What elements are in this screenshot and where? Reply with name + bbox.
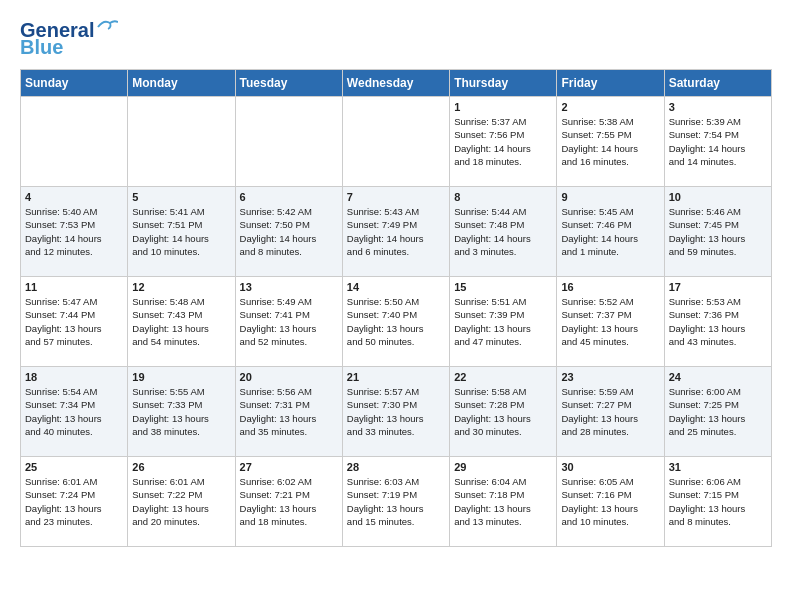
week-row-1: 1Sunrise: 5:37 AM Sunset: 7:56 PM Daylig…: [21, 97, 772, 187]
calendar-cell: 17Sunrise: 5:53 AM Sunset: 7:36 PM Dayli…: [664, 277, 771, 367]
calendar-cell: 31Sunrise: 6:06 AM Sunset: 7:15 PM Dayli…: [664, 457, 771, 547]
day-info: Sunrise: 5:41 AM Sunset: 7:51 PM Dayligh…: [132, 205, 230, 258]
day-number: 8: [454, 191, 552, 203]
day-number: 7: [347, 191, 445, 203]
day-number: 31: [669, 461, 767, 473]
day-number: 4: [25, 191, 123, 203]
calendar-cell: 24Sunrise: 6:00 AM Sunset: 7:25 PM Dayli…: [664, 367, 771, 457]
calendar-cell: 28Sunrise: 6:03 AM Sunset: 7:19 PM Dayli…: [342, 457, 449, 547]
day-info: Sunrise: 5:55 AM Sunset: 7:33 PM Dayligh…: [132, 385, 230, 438]
column-header-tuesday: Tuesday: [235, 70, 342, 97]
calendar-cell: 12Sunrise: 5:48 AM Sunset: 7:43 PM Dayli…: [128, 277, 235, 367]
calendar-cell: [235, 97, 342, 187]
day-info: Sunrise: 5:48 AM Sunset: 7:43 PM Dayligh…: [132, 295, 230, 348]
page-header: General Blue: [20, 20, 772, 59]
calendar-cell: 7Sunrise: 5:43 AM Sunset: 7:49 PM Daylig…: [342, 187, 449, 277]
day-info: Sunrise: 6:03 AM Sunset: 7:19 PM Dayligh…: [347, 475, 445, 528]
day-info: Sunrise: 5:40 AM Sunset: 7:53 PM Dayligh…: [25, 205, 123, 258]
day-number: 15: [454, 281, 552, 293]
day-info: Sunrise: 5:47 AM Sunset: 7:44 PM Dayligh…: [25, 295, 123, 348]
day-number: 17: [669, 281, 767, 293]
day-info: Sunrise: 5:51 AM Sunset: 7:39 PM Dayligh…: [454, 295, 552, 348]
day-number: 6: [240, 191, 338, 203]
calendar-cell: 13Sunrise: 5:49 AM Sunset: 7:41 PM Dayli…: [235, 277, 342, 367]
week-row-3: 11Sunrise: 5:47 AM Sunset: 7:44 PM Dayli…: [21, 277, 772, 367]
day-info: Sunrise: 5:43 AM Sunset: 7:49 PM Dayligh…: [347, 205, 445, 258]
week-row-4: 18Sunrise: 5:54 AM Sunset: 7:34 PM Dayli…: [21, 367, 772, 457]
day-number: 11: [25, 281, 123, 293]
week-row-2: 4Sunrise: 5:40 AM Sunset: 7:53 PM Daylig…: [21, 187, 772, 277]
calendar-cell: 1Sunrise: 5:37 AM Sunset: 7:56 PM Daylig…: [450, 97, 557, 187]
day-info: Sunrise: 5:39 AM Sunset: 7:54 PM Dayligh…: [669, 115, 767, 168]
calendar-cell: 22Sunrise: 5:58 AM Sunset: 7:28 PM Dayli…: [450, 367, 557, 457]
day-number: 27: [240, 461, 338, 473]
day-number: 23: [561, 371, 659, 383]
day-number: 13: [240, 281, 338, 293]
day-info: Sunrise: 6:06 AM Sunset: 7:15 PM Dayligh…: [669, 475, 767, 528]
calendar-cell: 4Sunrise: 5:40 AM Sunset: 7:53 PM Daylig…: [21, 187, 128, 277]
calendar-cell: 11Sunrise: 5:47 AM Sunset: 7:44 PM Dayli…: [21, 277, 128, 367]
day-info: Sunrise: 5:54 AM Sunset: 7:34 PM Dayligh…: [25, 385, 123, 438]
calendar-cell: 20Sunrise: 5:56 AM Sunset: 7:31 PM Dayli…: [235, 367, 342, 457]
day-info: Sunrise: 5:45 AM Sunset: 7:46 PM Dayligh…: [561, 205, 659, 258]
day-info: Sunrise: 5:38 AM Sunset: 7:55 PM Dayligh…: [561, 115, 659, 168]
calendar-cell: 23Sunrise: 5:59 AM Sunset: 7:27 PM Dayli…: [557, 367, 664, 457]
day-number: 26: [132, 461, 230, 473]
day-number: 28: [347, 461, 445, 473]
calendar-cell: 18Sunrise: 5:54 AM Sunset: 7:34 PM Dayli…: [21, 367, 128, 457]
day-info: Sunrise: 6:04 AM Sunset: 7:18 PM Dayligh…: [454, 475, 552, 528]
calendar-cell: 8Sunrise: 5:44 AM Sunset: 7:48 PM Daylig…: [450, 187, 557, 277]
calendar-cell: 6Sunrise: 5:42 AM Sunset: 7:50 PM Daylig…: [235, 187, 342, 277]
column-header-wednesday: Wednesday: [342, 70, 449, 97]
calendar-cell: 21Sunrise: 5:57 AM Sunset: 7:30 PM Dayli…: [342, 367, 449, 457]
day-number: 10: [669, 191, 767, 203]
day-info: Sunrise: 5:59 AM Sunset: 7:27 PM Dayligh…: [561, 385, 659, 438]
logo: General Blue: [20, 20, 118, 59]
day-info: Sunrise: 6:01 AM Sunset: 7:24 PM Dayligh…: [25, 475, 123, 528]
column-header-monday: Monday: [128, 70, 235, 97]
calendar-cell: 9Sunrise: 5:45 AM Sunset: 7:46 PM Daylig…: [557, 187, 664, 277]
column-header-friday: Friday: [557, 70, 664, 97]
calendar-cell: [342, 97, 449, 187]
calendar-cell: [21, 97, 128, 187]
day-number: 30: [561, 461, 659, 473]
day-number: 29: [454, 461, 552, 473]
day-info: Sunrise: 5:44 AM Sunset: 7:48 PM Dayligh…: [454, 205, 552, 258]
calendar-cell: 19Sunrise: 5:55 AM Sunset: 7:33 PM Dayli…: [128, 367, 235, 457]
calendar-cell: 3Sunrise: 5:39 AM Sunset: 7:54 PM Daylig…: [664, 97, 771, 187]
calendar-cell: 15Sunrise: 5:51 AM Sunset: 7:39 PM Dayli…: [450, 277, 557, 367]
column-header-thursday: Thursday: [450, 70, 557, 97]
calendar-cell: 14Sunrise: 5:50 AM Sunset: 7:40 PM Dayli…: [342, 277, 449, 367]
calendar-cell: 2Sunrise: 5:38 AM Sunset: 7:55 PM Daylig…: [557, 97, 664, 187]
calendar-cell: 5Sunrise: 5:41 AM Sunset: 7:51 PM Daylig…: [128, 187, 235, 277]
calendar-cell: 30Sunrise: 6:05 AM Sunset: 7:16 PM Dayli…: [557, 457, 664, 547]
week-row-5: 25Sunrise: 6:01 AM Sunset: 7:24 PM Dayli…: [21, 457, 772, 547]
day-info: Sunrise: 5:53 AM Sunset: 7:36 PM Dayligh…: [669, 295, 767, 348]
day-info: Sunrise: 5:46 AM Sunset: 7:45 PM Dayligh…: [669, 205, 767, 258]
day-info: Sunrise: 6:05 AM Sunset: 7:16 PM Dayligh…: [561, 475, 659, 528]
day-number: 9: [561, 191, 659, 203]
calendar-cell: 25Sunrise: 6:01 AM Sunset: 7:24 PM Dayli…: [21, 457, 128, 547]
day-info: Sunrise: 5:56 AM Sunset: 7:31 PM Dayligh…: [240, 385, 338, 438]
day-info: Sunrise: 5:42 AM Sunset: 7:50 PM Dayligh…: [240, 205, 338, 258]
calendar-cell: 29Sunrise: 6:04 AM Sunset: 7:18 PM Dayli…: [450, 457, 557, 547]
day-info: Sunrise: 5:49 AM Sunset: 7:41 PM Dayligh…: [240, 295, 338, 348]
day-number: 5: [132, 191, 230, 203]
day-number: 3: [669, 101, 767, 113]
day-info: Sunrise: 5:52 AM Sunset: 7:37 PM Dayligh…: [561, 295, 659, 348]
day-info: Sunrise: 6:02 AM Sunset: 7:21 PM Dayligh…: [240, 475, 338, 528]
day-number: 14: [347, 281, 445, 293]
day-number: 21: [347, 371, 445, 383]
column-header-saturday: Saturday: [664, 70, 771, 97]
calendar-cell: 16Sunrise: 5:52 AM Sunset: 7:37 PM Dayli…: [557, 277, 664, 367]
day-number: 24: [669, 371, 767, 383]
day-number: 18: [25, 371, 123, 383]
day-number: 12: [132, 281, 230, 293]
day-info: Sunrise: 5:57 AM Sunset: 7:30 PM Dayligh…: [347, 385, 445, 438]
calendar-cell: 10Sunrise: 5:46 AM Sunset: 7:45 PM Dayli…: [664, 187, 771, 277]
day-number: 22: [454, 371, 552, 383]
day-number: 19: [132, 371, 230, 383]
logo-bird-icon: [96, 19, 118, 35]
day-number: 25: [25, 461, 123, 473]
logo-blue-text: Blue: [20, 36, 63, 59]
